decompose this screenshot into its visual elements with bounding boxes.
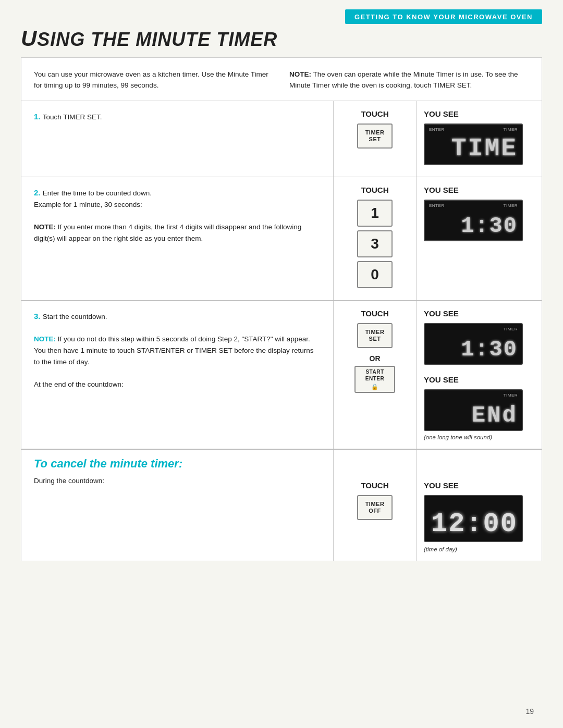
- cancel-step-row: During the countdown: TOUCH TIMER OFF YO…: [21, 473, 542, 561]
- cancel-lcd-note: (time of day): [424, 546, 457, 552]
- title-rest: SING THE MINUTE TIMER: [37, 29, 277, 50]
- step-3-end-see: YOU SEE TIMER ENd (one long tone will so…: [424, 375, 523, 440]
- step-1-lcd-left-label: ENTER: [429, 127, 445, 132]
- page-number: 19: [525, 707, 534, 715]
- cancel-header-row: To cancel the minute timer:: [21, 449, 542, 473]
- step-3-end-see-label: YOU SEE: [424, 375, 523, 384]
- step-2-lcd-left-label: ENTER: [429, 203, 445, 208]
- timer-set-line1: TIMER: [365, 129, 385, 136]
- step-2-number: 2.: [34, 188, 43, 197]
- step-1-touch-label: TOUCH: [361, 109, 388, 118]
- start-line1: START: [365, 368, 384, 375]
- step-1-see-label: YOU SEE: [424, 109, 459, 118]
- header-bar: GETTING TO KNOW YOUR MICROWAVE OVEN: [345, 9, 542, 24]
- main-content-box: You can use your microwave oven as a kit…: [21, 57, 542, 561]
- step-3-end-lcd-text: ENd: [472, 404, 518, 427]
- step-3-lcd-end-labels: TIMER: [429, 393, 518, 398]
- step-3-touch-label: TOUCH: [361, 309, 388, 318]
- intro-section: You can use your microwave oven as a kit…: [21, 58, 542, 101]
- step-2-lcd-text: 1:30: [461, 215, 518, 237]
- cancel-title-area: To cancel the minute timer:: [21, 450, 333, 473]
- step-3-number: 3.: [34, 312, 43, 320]
- timer-set-line2: SET: [369, 136, 381, 143]
- start-enter-button[interactable]: START ENTER 🔒: [354, 366, 395, 393]
- digit-0-button[interactable]: 0: [357, 261, 393, 288]
- step-3-note-label: NOTE:: [34, 335, 56, 343]
- digit-1-button[interactable]: 1: [357, 200, 393, 227]
- cancel-description: During the countdown:: [34, 477, 104, 485]
- step-1-left: 1. Touch TIMER SET.: [21, 101, 333, 177]
- header-text: GETTING TO KNOW YOUR MICROWAVE OVEN: [354, 13, 533, 21]
- step-2-desc: Enter the time to be counted down.: [43, 189, 152, 197]
- timer-off-line2: OFF: [369, 508, 381, 514]
- step-3-see-top: YOU SEE TIMER 1:30: [424, 309, 523, 368]
- step-3-lcd-main: TIMER 1:30: [424, 323, 523, 365]
- cancel-touch-label: TOUCH: [361, 481, 388, 490]
- timer-set-button-1[interactable]: TIMER SET: [357, 124, 393, 149]
- step-3-lcd-end-right: TIMER: [504, 393, 518, 398]
- cancel-lcd: 12:00: [424, 495, 523, 542]
- digit-3-button[interactable]: 3: [357, 230, 393, 257]
- cancel-see-label: YOU SEE: [424, 481, 459, 490]
- step-2-digits: 1 3 0: [357, 200, 393, 292]
- cancel-see: YOU SEE 12:00 (time of day): [417, 473, 542, 561]
- intro-right: NOTE: The oven can operate while the Min…: [289, 69, 529, 91]
- intro-left: You can use your microwave oven as a kit…: [34, 69, 274, 91]
- step-2-see-label: YOU SEE: [424, 186, 459, 194]
- step-1-lcd-text: TIME: [451, 136, 518, 161]
- cancel-left: During the countdown:: [21, 473, 333, 561]
- page-title-area: USING THE MINUTE TIMER: [21, 26, 277, 51]
- intro-right-text: The oven can operate while the Minute Ti…: [289, 70, 518, 89]
- step-2-lcd-right-label: TIMER: [504, 203, 518, 208]
- cancel-title: To cancel the minute timer:: [34, 457, 321, 471]
- step-3-btn-line1: TIMER: [365, 329, 385, 336]
- end-lcd-note: (one long tone will sound): [424, 434, 523, 440]
- start-line2: ENTER: [365, 375, 384, 382]
- step-3-lcd-text: 1:30: [461, 339, 518, 361]
- step-2-note-label: NOTE:: [34, 223, 56, 231]
- step-2-see: YOU SEE ENTER TIMER 1:30: [417, 177, 542, 300]
- step-3-note-text: If you do not do this step within 5 seco…: [34, 335, 314, 365]
- step-1-see: YOU SEE ENTER TIMER TIME: [417, 101, 542, 177]
- timer-off-line1: TIMER: [365, 501, 385, 508]
- step-2-left: 2. Enter the time to be counted down. Ex…: [21, 177, 333, 300]
- step-2-sub: Example for 1 minute, 30 seconds:: [34, 201, 142, 208]
- step-1-desc: Touch TIMER SET.: [43, 113, 102, 121]
- step-3-lcd-labels: TIMER: [429, 327, 518, 331]
- timer-off-button[interactable]: TIMER OFF: [357, 495, 393, 520]
- step-2-touch: TOUCH 1 3 0: [333, 177, 417, 300]
- step-3-see-area: YOU SEE TIMER 1:30 YOU SEE TIMER EN: [424, 309, 523, 440]
- intro-note-label: NOTE:: [289, 70, 311, 78]
- step-2-touch-label: TOUCH: [361, 186, 388, 194]
- step-3-see-label: YOU SEE: [424, 309, 523, 318]
- step-2-lcd: ENTER TIMER 1:30: [424, 200, 523, 241]
- step-1-lcd: ENTER TIMER TIME: [424, 124, 523, 165]
- step-2-lcd-labels: ENTER TIMER: [429, 203, 518, 208]
- step-3-btn-line2: SET: [369, 336, 381, 342]
- step-2-note-text: If you enter more than 4 digits, the fir…: [34, 223, 301, 242]
- step-1-lcd-right-label: TIMER: [504, 127, 518, 132]
- step-3-lcd-end: TIMER ENd: [424, 389, 523, 431]
- title-prefix: U: [21, 26, 37, 51]
- step-3-touch: TOUCH TIMER SET OR START ENTER 🔒: [333, 301, 417, 449]
- step-3-lcd-right-label: TIMER: [504, 327, 518, 331]
- timer-set-button-3[interactable]: TIMER SET: [357, 323, 393, 348]
- step-2-row: 2. Enter the time to be counted down. Ex…: [21, 177, 542, 301]
- step-1-number: 1.: [34, 112, 43, 121]
- page-title: USING THE MINUTE TIMER: [21, 26, 277, 51]
- intro-left-text: You can use your microwave oven as a kit…: [34, 70, 268, 89]
- step-3-desc: Start the countdown.: [43, 313, 107, 320]
- or-text: OR: [370, 354, 381, 363]
- step-3-end-label: At the end of the countdown:: [34, 380, 124, 388]
- step-3-row: 3. Start the countdown. NOTE: If you do …: [21, 301, 542, 449]
- step-3-left: 3. Start the countdown. NOTE: If you do …: [21, 301, 333, 449]
- cancel-touch: TOUCH TIMER OFF: [333, 473, 417, 561]
- step-1-row: 1. Touch TIMER SET. TOUCH TIMER SET YOU …: [21, 101, 542, 177]
- lock-icon: 🔒: [371, 383, 379, 390]
- step-1-lcd-labels: ENTER TIMER: [429, 127, 518, 132]
- step-1-touch: TOUCH TIMER SET: [333, 101, 417, 177]
- step-3-see: YOU SEE TIMER 1:30 YOU SEE TIMER EN: [417, 301, 542, 449]
- cancel-lcd-text: 12:00: [431, 511, 518, 538]
